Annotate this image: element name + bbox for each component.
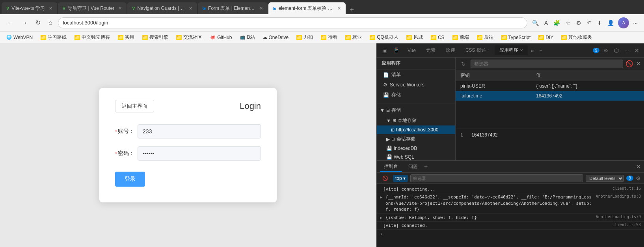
tab-1[interactable]: V Vite-vue-ts 学习 ✕ bbox=[2, 2, 57, 14]
console-line-1-expand[interactable]: ▶ bbox=[380, 195, 382, 199]
bookmark-18[interactable]: 📁 DIY bbox=[535, 34, 557, 41]
websql-label: Web SQL bbox=[394, 154, 414, 160]
tab-1-close[interactable]: ✕ bbox=[49, 6, 52, 11]
history-icon[interactable]: ↶ bbox=[585, 17, 593, 28]
profile-icon[interactable]: 👤 bbox=[606, 17, 616, 28]
tab-2[interactable]: V 导航守卫 | Vue Router ✕ bbox=[58, 2, 127, 14]
devtools-device-btn[interactable]: 📱 bbox=[391, 47, 402, 54]
settings-icon[interactable]: ⚙ bbox=[575, 17, 583, 28]
password-label: 密码： bbox=[118, 150, 134, 157]
search-icon[interactable]: 🔍 bbox=[530, 17, 540, 28]
bookmark-2[interactable]: 📁 学习路线 bbox=[37, 33, 70, 41]
bookmark-6[interactable]: 📁 交流社区 bbox=[173, 33, 205, 41]
bookmark-13[interactable]: 📁 风城 bbox=[403, 33, 426, 41]
more-button[interactable]: ··· bbox=[631, 17, 639, 28]
websql-item[interactable]: 💾 Web SQL bbox=[377, 153, 455, 160]
extensions-icon[interactable]: 🧩 bbox=[552, 17, 562, 28]
storage-refresh-btn[interactable]: ↻ bbox=[459, 60, 468, 68]
devtools-inspect-btn[interactable]: ▣ bbox=[380, 47, 390, 54]
new-tab-button[interactable]: + bbox=[346, 6, 357, 14]
tab-5[interactable]: E element-form 表单校验 size und... ✕ bbox=[268, 2, 346, 14]
storage-header[interactable]: ▼ ⊞ 存储 bbox=[377, 105, 455, 116]
bookmark-webvpn[interactable]: 🌐 WebVPN bbox=[3, 34, 36, 41]
devtools-add-tab[interactable]: + bbox=[537, 47, 545, 54]
app-item-storage-shortcut[interactable]: 💾 存储 bbox=[377, 90, 455, 100]
tab-3[interactable]: V Navigation Guards | Vue Router ✕ bbox=[127, 2, 197, 14]
console-settings-btn[interactable]: ⚙ bbox=[636, 175, 641, 182]
console-line-3-source[interactable]: client.ts:53 bbox=[612, 223, 641, 227]
bookmark-leetcode[interactable]: 📁 力扣 bbox=[293, 33, 316, 41]
tab-4[interactable]: G Form 表单 | Element Plus ✕ bbox=[198, 2, 268, 14]
password-input[interactable] bbox=[138, 146, 261, 161]
local-storage-localhost[interactable]: ⊞ http://localhost:3000 bbox=[377, 125, 455, 134]
bookmark-10[interactable]: 📁 待看 bbox=[318, 33, 341, 41]
address-input[interactable] bbox=[58, 17, 527, 28]
app-item-manifest[interactable]: 📄 清单 bbox=[377, 69, 455, 80]
bookmark-onedrive[interactable]: ☁ OneDrive bbox=[260, 34, 292, 41]
devtools-tab-vue[interactable]: Vue bbox=[403, 46, 421, 55]
console-tab[interactable]: 控制台 bbox=[380, 161, 402, 172]
console-input-area[interactable] bbox=[385, 232, 641, 237]
bookmark-bilibili-icon: 📺 bbox=[240, 35, 246, 40]
bookmark-12[interactable]: 📁 QQ机器人 bbox=[367, 33, 402, 41]
avatar[interactable]: A bbox=[618, 17, 629, 28]
bookmark-5[interactable]: 📁 搜索引擎 bbox=[139, 33, 171, 41]
session-label: 会话存储 bbox=[396, 136, 415, 142]
submit-button[interactable]: 登录 bbox=[115, 172, 145, 187]
devtools-more-btn[interactable]: ··· bbox=[623, 47, 631, 54]
console-clear-btn[interactable]: 🚫 bbox=[380, 175, 391, 182]
bookmark-3[interactable]: 📁 中文独立博客 bbox=[71, 33, 113, 41]
storage-clear-btn[interactable]: ✕ bbox=[636, 60, 641, 67]
localhost-label: http://localhost:3000 bbox=[396, 127, 438, 133]
close-console-btn[interactable]: ✕ bbox=[636, 163, 641, 170]
console-top-selector[interactable]: top ▾ bbox=[393, 175, 408, 182]
download-icon[interactable]: ⬇ bbox=[596, 17, 603, 28]
favorites-icon[interactable]: ☆ bbox=[564, 17, 572, 28]
indexeddb-item[interactable]: 💾 IndexedDB bbox=[377, 144, 455, 153]
storage-clear-filter-btn[interactable]: 🚫 bbox=[625, 60, 633, 67]
devtools-dock-btn[interactable]: ⬡ bbox=[612, 47, 620, 54]
devtools-tab-css[interactable]: CSS 概述 ↑ bbox=[461, 45, 494, 55]
console-line-0-source[interactable]: client.ts:16 bbox=[612, 186, 641, 191]
forward-button[interactable]: → bbox=[19, 18, 30, 28]
bookmark-11[interactable]: 📁 就业 bbox=[342, 33, 365, 41]
console-line-2-expand[interactable]: ▶ bbox=[380, 215, 382, 220]
bookmark-16[interactable]: 📁 后端 bbox=[474, 33, 497, 41]
console-line-2-source[interactable]: AnotherLoading.ts:9 bbox=[596, 215, 641, 219]
devtools-tab-elements[interactable]: 元素 bbox=[421, 45, 440, 55]
devtools-close-btn[interactable]: ✕ bbox=[633, 47, 641, 54]
tab-4-close[interactable]: ✕ bbox=[259, 6, 263, 11]
back-button[interactable]: ← bbox=[5, 18, 16, 28]
translate-icon[interactable]: A bbox=[543, 17, 549, 28]
console-line-1-source[interactable]: AnotherLoading.ts:8 bbox=[596, 194, 641, 198]
back-to-home-button[interactable]: 返回主界面 bbox=[115, 100, 154, 112]
local-storage-item[interactable]: ▼ ⊞ 本地存储 bbox=[377, 116, 455, 125]
console-filter-input[interactable] bbox=[410, 174, 583, 182]
bookmark-other[interactable]: 📁 其他收藏夹 bbox=[558, 33, 595, 41]
issues-tab[interactable]: 问题 bbox=[404, 162, 422, 172]
table-row[interactable]: pinia-USER {"user":{},"name":""} bbox=[456, 81, 644, 91]
refresh-button[interactable]: ↻ bbox=[33, 17, 43, 28]
table-row[interactable]: failuretime 1641367492 bbox=[456, 91, 644, 101]
bookmark-15[interactable]: 📁 前端 bbox=[449, 33, 472, 41]
devtools-tab-welcome[interactable]: 欢迎 bbox=[441, 45, 460, 55]
tab-5-close[interactable]: ✕ bbox=[337, 6, 341, 11]
console-prompt[interactable]: › bbox=[377, 230, 644, 238]
bookmark-github[interactable]: 🐙 GitHub bbox=[207, 34, 235, 41]
devtools-more-tabs[interactable]: » bbox=[529, 47, 536, 54]
add-console-btn[interactable]: + bbox=[424, 163, 428, 170]
bookmark-14[interactable]: 📁 CS bbox=[428, 34, 448, 41]
bookmark-bilibili[interactable]: 📺 B站 bbox=[237, 33, 258, 41]
session-storage-item[interactable]: ▶ ⊞ 会话存储 bbox=[377, 134, 455, 144]
username-input[interactable] bbox=[138, 124, 261, 138]
bookmark-17[interactable]: 📁 TypeScript bbox=[498, 34, 534, 41]
console-level-select[interactable]: Default levels Verbose Info Warnings Err… bbox=[586, 175, 624, 182]
bookmark-4[interactable]: 📁 实用 bbox=[115, 33, 138, 41]
app-item-service-workers[interactable]: ⚙ Service Workers bbox=[377, 80, 455, 90]
devtools-tab-application[interactable]: 应用程序 ✕ bbox=[495, 45, 527, 55]
tab-3-close[interactable]: ✕ bbox=[189, 6, 192, 11]
tab-2-close[interactable]: ✕ bbox=[118, 6, 122, 11]
home-button[interactable]: ⌂ bbox=[46, 18, 55, 28]
storage-filter-input[interactable] bbox=[471, 60, 623, 68]
devtools-settings-btn[interactable]: ⚙ bbox=[602, 47, 610, 54]
